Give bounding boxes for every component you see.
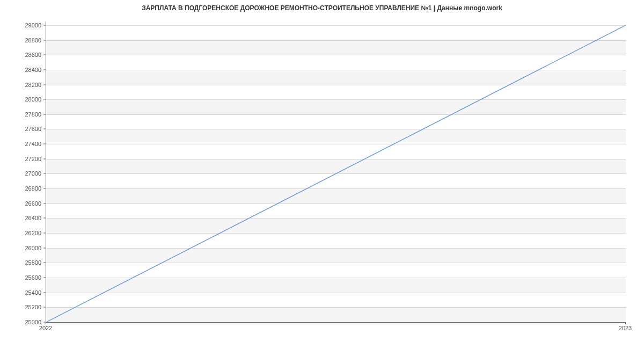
y-tick-label: 25400 [0, 289, 41, 296]
y-tick-label: 25000 [0, 319, 41, 325]
y-tick-label: 28800 [0, 37, 41, 43]
y-tick-label: 27600 [0, 126, 41, 132]
salary-line-chart: ЗАРПЛАТА В ПОДГОРЕНСКОЕ ДОРОЖНОЕ РЕМОНТН… [0, 0, 644, 349]
y-tick-label: 26800 [0, 185, 41, 192]
y-tick-label: 27400 [0, 141, 41, 147]
y-gridline [46, 322, 626, 323]
x-tick-mark [625, 322, 626, 324]
y-tick-label: 29000 [0, 22, 41, 28]
y-tick-label: 28400 [0, 67, 41, 73]
y-tick-label: 27000 [0, 170, 41, 177]
y-tick-label: 26400 [0, 215, 41, 221]
y-tick-label: 26000 [0, 245, 41, 251]
y-tick-label: 27200 [0, 156, 41, 162]
x-tick-label: 2023 [619, 325, 632, 331]
y-tick-label: 26200 [0, 230, 41, 236]
series-line [46, 21, 626, 322]
x-tick-label: 2022 [39, 325, 52, 331]
y-tick-label: 27800 [0, 111, 41, 118]
y-tick-label: 28200 [0, 82, 41, 88]
chart-title: ЗАРПЛАТА В ПОДГОРЕНСКОЕ ДОРОЖНОЕ РЕМОНТН… [0, 4, 644, 12]
y-tick-label: 28000 [0, 96, 41, 103]
y-tick-label: 25200 [0, 304, 41, 310]
plot-area [46, 21, 626, 323]
y-tick-label: 25600 [0, 274, 41, 281]
x-tick-mark [46, 322, 46, 324]
y-tick-label: 28600 [0, 52, 41, 58]
y-tick-label: 26600 [0, 200, 41, 207]
y-tick-label: 25800 [0, 259, 41, 266]
